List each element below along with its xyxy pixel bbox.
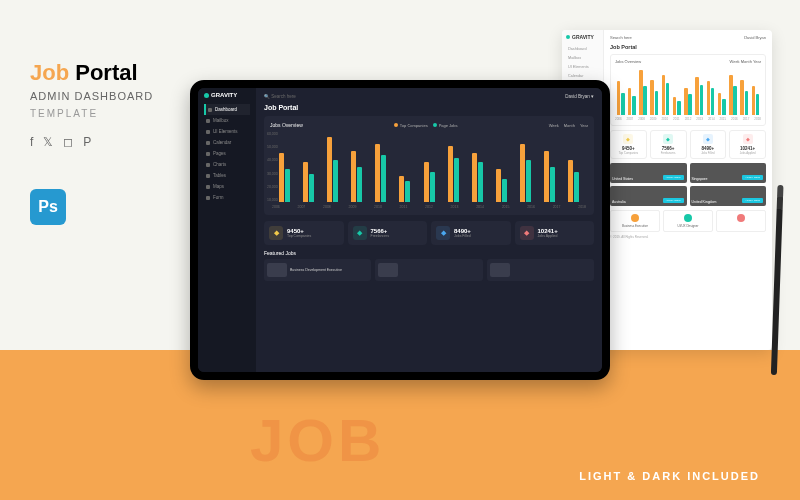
bar[interactable] [621,93,625,115]
bar[interactable] [327,137,332,202]
apply-button[interactable]: APPLY NOW [663,175,684,180]
stat-card[interactable]: ◆8490+Jobs Filled [690,130,727,159]
role-card[interactable] [716,210,766,232]
stat-card[interactable]: ◆8490+Jobs Filled [431,221,511,245]
bar[interactable] [574,172,579,202]
bar[interactable] [700,85,704,115]
brand-logo[interactable]: GRAVITY [204,92,250,98]
bar[interactable] [309,174,314,202]
featured-job-card[interactable] [375,259,482,281]
country-card[interactable]: United StatesAPPLY NOW [610,163,687,183]
user-menu[interactable]: David Bryan ▾ [565,94,594,99]
chart-tabs[interactable]: WeekMonthYear [549,123,588,128]
bar[interactable] [357,167,362,202]
stat-card[interactable]: ◆9450+Top Companies [264,221,344,245]
nav-form[interactable]: Form [204,192,250,203]
user-menu[interactable]: David Bryan [744,35,766,40]
nav-ui[interactable]: UI Elements [566,62,599,71]
apply-button[interactable]: APPLY NOW [742,198,763,203]
bar[interactable] [655,91,659,115]
bar[interactable] [745,91,749,115]
nav-ui[interactable]: UI Elements [204,126,250,137]
bar[interactable] [628,88,632,115]
bar[interactable] [718,93,722,115]
bar[interactable] [399,176,404,202]
bar[interactable] [650,80,654,115]
bar[interactable] [740,80,744,115]
bar[interactable] [643,86,647,115]
search-input[interactable]: Search here [610,35,632,40]
bar[interactable] [688,94,692,115]
bar[interactable] [752,86,756,115]
nav-mailbox[interactable]: Mailbox [204,115,250,126]
bar[interactable] [502,179,507,202]
nav-calendar[interactable]: Calendar [566,71,599,80]
bar[interactable] [279,153,284,202]
bar[interactable] [303,162,308,202]
bar[interactable] [673,97,677,115]
country-card[interactable]: United KingdomAPPLY NOW [690,186,767,206]
role-card[interactable]: UI/UX Designer [663,210,713,232]
bar[interactable] [496,169,501,202]
top-bar: Search here David Bryan [610,35,766,40]
nav-charts[interactable]: Charts [204,159,250,170]
bar[interactable] [526,160,531,202]
bar[interactable] [711,88,715,115]
nav-pages[interactable]: Pages [204,148,250,159]
nav-mailbox[interactable]: Mailbox [566,53,599,62]
stat-card[interactable]: ◆10241+Jobs Applied [515,221,595,245]
stat-card[interactable]: ◆10241+Jobs Applied [729,130,766,159]
bar[interactable] [333,160,338,202]
bar[interactable] [662,75,666,115]
bar[interactable] [472,153,477,202]
facebook-icon[interactable]: f [30,135,33,149]
featured-job-card[interactable] [487,259,594,281]
apply-button[interactable]: APPLY NOW [742,175,763,180]
search-input[interactable]: 🔍 Search here [264,94,296,99]
bar[interactable] [695,77,699,115]
bar[interactable] [550,167,555,202]
bar[interactable] [639,70,643,115]
chart-tabs[interactable]: Week Month Year [729,59,761,64]
brand-logo[interactable]: GRAVITY [566,34,599,40]
apply-button[interactable]: APPLY NOW [663,198,684,203]
country-card[interactable]: SingaporeAPPLY NOW [690,163,767,183]
bar[interactable] [677,101,681,115]
bar[interactable] [285,169,290,202]
bar[interactable] [722,99,726,115]
nav-dashboard[interactable]: Dashboard [566,44,599,53]
bar[interactable] [733,86,737,115]
bar[interactable] [729,75,733,115]
bar[interactable] [568,160,573,202]
stat-card[interactable]: ◆7566+Freelancers [348,221,428,245]
nav-tables[interactable]: Tables [204,170,250,181]
bar[interactable] [707,81,711,115]
bar[interactable] [666,83,670,115]
bar[interactable] [478,162,483,202]
pinterest-icon[interactable]: P [83,135,91,149]
bar[interactable] [617,81,621,115]
bar[interactable] [684,88,688,115]
instagram-icon[interactable]: ◻ [63,135,73,149]
bar[interactable] [448,146,453,202]
bar[interactable] [405,181,410,202]
featured-job-card[interactable]: Business Development Executive [264,259,371,281]
nav-dashboard[interactable]: Dashboard [204,104,250,115]
bar[interactable] [544,151,549,202]
twitter-icon[interactable]: 𝕏 [43,135,53,149]
bar[interactable] [351,151,356,202]
bar[interactable] [756,94,760,115]
bar[interactable] [381,155,386,202]
bar[interactable] [424,162,429,202]
stat-card[interactable]: ◆7566+Freelancers [650,130,687,159]
bar[interactable] [520,144,525,202]
country-card[interactable]: AustraliaAPPLY NOW [610,186,687,206]
nav-calendar[interactable]: Calendar [204,137,250,148]
nav-maps[interactable]: Maps [204,181,250,192]
role-card[interactable]: Business Executive [610,210,660,232]
bar[interactable] [632,96,636,115]
bar[interactable] [430,172,435,202]
bar[interactable] [375,144,380,202]
stat-card[interactable]: ◆9450+Top Companies [610,130,647,159]
bar[interactable] [454,158,459,202]
